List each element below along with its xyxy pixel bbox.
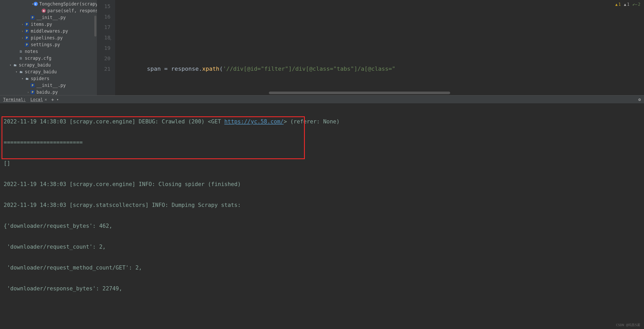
- terminal-line: 2022-11-19 14:38:03 [scrapy.statscollect…: [4, 200, 640, 210]
- tree-item-scrapy-baidu[interactable]: ▾🖿scrapy_baidu: [0, 62, 97, 68]
- tree-item---init---py[interactable]: P__init__.py: [0, 14, 97, 21]
- typo-badge[interactable]: ✔̶ 2: [633, 2, 640, 7]
- code-text: span = response.: [119, 65, 202, 72]
- tree-arrow-icon[interactable]: ›: [20, 36, 24, 40]
- tree-item-label: TongchengSpider(scrapy: [39, 1, 97, 7]
- folder-icon: 🖿: [24, 76, 29, 81]
- check-icon: ✔̶: [633, 2, 637, 7]
- project-tree[interactable]: ▾cTongchengSpider(scrapymparse(self, res…: [0, 0, 97, 95]
- tree-item-spiders[interactable]: ▾🖿spiders: [0, 75, 97, 82]
- close-icon[interactable]: ×: [45, 97, 47, 102]
- inspection-badges[interactable]: ▲ 1 ▲ 1 ✔̶ 2: [615, 2, 640, 7]
- tree-arrow-icon[interactable]: ›: [26, 91, 30, 94]
- code-content[interactable]: ⌄ span = response.xpath('//div[@id="filt…: [115, 0, 644, 95]
- line-number: 18: [97, 32, 110, 43]
- weak-warning-badge[interactable]: ▲ 1: [624, 2, 629, 7]
- tree-item-settings-py[interactable]: Psettings.py: [0, 41, 97, 48]
- line-number: 20: [97, 53, 110, 64]
- tree-item-scrapy-cfg[interactable]: 🗎scrapy.cfg: [0, 55, 97, 62]
- file-icon: 🗎: [18, 56, 23, 61]
- tree-item-baidu-py[interactable]: ›Pbaidu.py: [0, 89, 97, 95]
- line-gutter: 15 16 17 18 19 20 21: [97, 0, 115, 95]
- terminal-line: []: [4, 158, 640, 169]
- python-file-icon: P: [30, 83, 35, 88]
- line-number: 16: [97, 11, 110, 22]
- tree-item-label: __init__.py: [36, 83, 66, 88]
- warning-icon: ▲: [624, 2, 626, 7]
- tree-item-label: baidu.py: [36, 89, 58, 95]
- python-file-icon: P: [30, 90, 35, 94]
- terminal-line: ========================: [4, 137, 640, 148]
- tree-arrow-icon[interactable]: ▾: [32, 2, 34, 6]
- file-icon: 🗎: [18, 49, 23, 54]
- tree-arrow-icon[interactable]: ▾: [8, 63, 13, 67]
- tree-item-notes[interactable]: 🗎notes: [0, 48, 97, 55]
- tree-item-label: pipelines.py: [31, 35, 63, 40]
- terminal-tab-name: Local: [30, 97, 43, 102]
- code-editor[interactable]: 15 16 17 18 19 20 21 ⌄ span = response.x…: [97, 0, 644, 95]
- folder-icon: 🖿: [18, 69, 23, 74]
- tree-item-pipelines-py[interactable]: ›Ppipelines.py: [0, 34, 97, 41]
- tree-item-scrapy-baidu[interactable]: ▾🖿scrapy_baidu: [0, 68, 97, 75]
- editor-horizontal-scrollbar[interactable]: [269, 92, 450, 94]
- terminal-line: > (referer: None): [284, 118, 340, 125]
- tree-arrow-icon[interactable]: ›: [20, 29, 24, 33]
- weak-warning-count: 1: [627, 2, 629, 7]
- terminal-line: 'downloader/request_count': 2,: [4, 242, 640, 252]
- method-icon: m: [42, 8, 46, 13]
- tree-item-middlewares-py[interactable]: ›Pmiddlewares.py: [0, 28, 97, 34]
- tree-arrow-icon[interactable]: ▾: [20, 77, 24, 80]
- tree-item-label: scrapy_baidu: [25, 69, 57, 74]
- gear-icon[interactable]: ⚙: [638, 97, 641, 102]
- warning-icon: ▲: [615, 2, 618, 7]
- tree-item-label: settings.py: [31, 42, 60, 47]
- sidebar-scrollbar[interactable]: [94, 16, 96, 37]
- tree-arrow-icon[interactable]: ▾: [14, 70, 18, 74]
- watermark: CSDN @坞吾5雾: [616, 323, 640, 327]
- tree-arrow-icon[interactable]: ›: [20, 23, 24, 26]
- code-punct: (: [219, 65, 223, 72]
- class-icon: c: [34, 2, 38, 6]
- terminal-line: 2022-11-19 14:38:03 [scrapy.core.engine]…: [4, 179, 640, 189]
- terminal-line: {'downloader/request_bytes': 462,: [4, 221, 640, 231]
- terminal-title: Terminal:: [3, 97, 26, 102]
- terminal-url[interactable]: https://yc.58.com/: [224, 118, 284, 125]
- tree-item-label: scrapy_baidu: [19, 62, 51, 68]
- chevron-down-icon[interactable]: ▾: [57, 98, 59, 101]
- warning-count: 1: [618, 2, 621, 7]
- terminal-line: 'downloader/response_bytes': 22749,: [4, 283, 640, 294]
- terminal-header: Terminal: Local × + ▾ ⚙: [0, 95, 644, 103]
- tree-item-label: scrapy.cfg: [25, 56, 51, 61]
- terminal-line: 2022-11-19 14:38:03 [scrapy.core.engine]…: [4, 118, 224, 125]
- python-file-icon: P: [24, 35, 29, 40]
- tree-item-label: middlewares.py: [31, 28, 68, 34]
- line-number: 15: [97, 1, 110, 11]
- folder-icon: 🖿: [13, 63, 17, 67]
- python-file-icon: P: [30, 15, 35, 20]
- tree-item-tongchengspider-scrapy[interactable]: ▾cTongchengSpider(scrapy: [0, 1, 97, 7]
- python-file-icon: P: [24, 22, 29, 27]
- warning-badge[interactable]: ▲ 1: [615, 2, 621, 7]
- add-tab-button[interactable]: +: [51, 97, 54, 102]
- tree-item-label: spiders: [31, 76, 49, 81]
- code-func: xpath: [202, 65, 219, 72]
- terminal-tab[interactable]: Local ×: [30, 97, 47, 102]
- fold-icon[interactable]: ⌄: [109, 33, 112, 44]
- typo-count: 2: [638, 2, 640, 7]
- tree-item-label: parse(self, response: [47, 8, 97, 13]
- python-file-icon: P: [24, 42, 29, 47]
- python-file-icon: P: [24, 29, 29, 33]
- line-number: 19: [97, 43, 110, 53]
- tree-item-items-py[interactable]: ›Pitems.py: [0, 21, 97, 28]
- terminal-line: 'downloader/request_method_count/GET': 2…: [4, 262, 640, 273]
- tree-item-parse-self--response[interactable]: mparse(self, response: [0, 7, 97, 14]
- tree-item---init---py[interactable]: P__init__.py: [0, 82, 97, 89]
- terminal-output[interactable]: 2022-11-19 14:38:03 [scrapy.core.engine]…: [0, 103, 644, 328]
- line-number: 21: [97, 64, 110, 74]
- tree-item-label: notes: [25, 49, 38, 54]
- code-string: '//div[@id="filter"]/div[@class="tabs"]/…: [223, 65, 395, 72]
- line-number: 17: [97, 22, 110, 32]
- tree-item-label: items.py: [31, 22, 52, 27]
- tree-item-label: __init__.py: [36, 15, 66, 20]
